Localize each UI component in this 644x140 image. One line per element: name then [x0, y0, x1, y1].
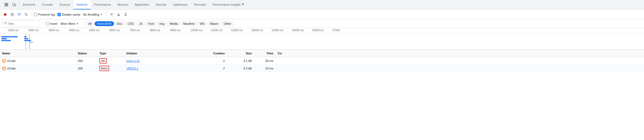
header-name: Name [0, 52, 76, 55]
network-bar-2 [1, 38, 7, 39]
row-icon [2, 59, 6, 63]
tab-application[interactable]: Application [132, 0, 153, 9]
row-name: vCode [7, 59, 16, 62]
more-filters-dropdown[interactable]: More filters ▼ [59, 22, 80, 26]
type-chip-doc[interactable]: Doc [115, 21, 125, 26]
network-bar-7 [30, 42, 33, 43]
svg-rect-0 [5, 3, 6, 5]
type-chip-manifest[interactable]: Manifest [181, 21, 197, 26]
ruler-line [150, 33, 150, 33]
tab-recorder[interactable]: Recorder [191, 0, 209, 9]
ruler-line [211, 33, 211, 33]
network-bar-3 [1, 40, 11, 41]
ruler-tick: 2000 ms [28, 29, 39, 32]
ruler-tick: 4000 ms [69, 29, 79, 32]
cell-status: 200 [76, 67, 97, 70]
cell-size: 3.1 kB [227, 59, 254, 62]
tab-sources[interactable]: Sources [56, 0, 73, 9]
timeline-marker-red [29, 34, 29, 50]
invert-checkbox[interactable] [46, 22, 49, 25]
ruler-line [271, 33, 272, 33]
ruler-tick: 5000 ms [89, 29, 99, 32]
cell-size: 3.3 kB [227, 67, 254, 70]
tab-performance[interactable]: Performance [91, 0, 114, 9]
disable-cache-checkbox[interactable] [58, 13, 61, 16]
header-cookies: Cookies [200, 52, 227, 55]
type-chips-container: AllFetch/XHRDocCSSJSFontImgMediaManifest… [86, 21, 234, 26]
ruler-tick: 16000 ms [312, 29, 324, 32]
timeline-area: 1000 ms2000 ms3000 ms4000 ms5000 ms6000 … [0, 28, 644, 50]
initiator-link[interactable]: VM223:1 [126, 67, 138, 70]
devtools-device-icon[interactable] [11, 2, 17, 8]
network-bar-6 [24, 40, 31, 41]
type-chip-other[interactable]: Other [221, 21, 234, 26]
type-chip-font[interactable]: Font [146, 21, 156, 26]
filter-input[interactable] [8, 22, 38, 25]
ruler-line [49, 33, 49, 33]
tab-memory[interactable]: Memory [114, 0, 132, 9]
cell-time: 55 ms [254, 59, 276, 62]
table-row[interactable]: vCode 200xhrlogin.js:3223.1 kB55 ms [0, 57, 644, 65]
tab-console[interactable]: Console [39, 0, 56, 9]
wifi-icon[interactable] [109, 12, 115, 18]
invert-checkbox-label[interactable]: Invert [46, 22, 58, 25]
type-chip-js[interactable]: JS [137, 21, 145, 26]
ruler-tick: 6000 ms [109, 29, 120, 32]
cell-initiator[interactable]: login.js:32 [124, 59, 200, 62]
ruler-tick: 15000 ms [292, 29, 304, 32]
tab-lighthouse[interactable]: Lighthouse [170, 0, 191, 9]
cell-initiator[interactable]: VM223:1 [124, 67, 200, 70]
filter-separator-2 [83, 21, 83, 26]
type-chip-ws[interactable]: WS [197, 21, 207, 26]
header-initiator: Initiator [124, 52, 200, 55]
preserve-log-checkbox-label[interactable]: Preserve log [34, 13, 55, 16]
svg-rect-3 [6, 5, 8, 6]
tab-security[interactable]: Security [152, 0, 170, 9]
svg-point-6 [4, 13, 6, 16]
filter-icon[interactable] [16, 12, 22, 18]
ruler-tick: 14000 ms [271, 29, 283, 32]
throttling-dropdown-arrow: ▼ [100, 13, 102, 16]
tab-elements[interactable]: Elements [20, 0, 39, 9]
type-chip-img[interactable]: Img [157, 21, 167, 26]
main-tabs: Elements Console Sources Network Perform… [20, 0, 643, 9]
cell-name: vCode [0, 59, 76, 63]
initiator-link[interactable]: login.js:32 [126, 59, 140, 62]
table-header: Name Status Type Initiator Cookies Size … [0, 50, 644, 57]
export-icon[interactable] [123, 12, 129, 18]
preserve-log-checkbox[interactable] [34, 13, 37, 16]
type-chip-fetch_xhr[interactable]: Fetch/XHR [95, 21, 114, 26]
cell-time: 23 ms [254, 67, 276, 70]
cell-status: 200 [76, 59, 97, 62]
type-chip-all[interactable]: All [86, 21, 94, 26]
devtools-inspect-icon[interactable] [3, 2, 10, 8]
ruler-line [89, 33, 89, 33]
table-row[interactable]: vCode 200fetchVM223:123.3 kB23 ms [0, 65, 644, 72]
cell-name: vCode [0, 66, 76, 70]
network-bar-4 [24, 36, 26, 37]
header-type: Type [97, 52, 124, 55]
filter-separator-1 [43, 21, 43, 26]
stop-recording-icon[interactable] [2, 12, 8, 18]
clear-icon[interactable] [9, 12, 15, 18]
ruler-tick: 17000 [332, 29, 340, 32]
filter-bar: Invert More filters ▼ AllFetch/XHRDocCSS… [0, 19, 644, 28]
timeline-ruler: 1000 ms2000 ms3000 ms4000 ms5000 ms6000 … [0, 28, 644, 33]
type-chip-css[interactable]: CSS [125, 21, 136, 26]
filter-input-wrap[interactable] [2, 20, 40, 27]
throttling-dropdown[interactable]: No throttling ▼ [82, 12, 104, 17]
toolbar-separator-1 [31, 12, 32, 17]
network-toolbar: Preserve log Disable cache No throttling… [0, 10, 644, 19]
search-icon[interactable] [23, 12, 29, 18]
type-chip-media[interactable]: Media [167, 21, 180, 26]
ruler-tick: 13000 ms [251, 29, 263, 32]
ruler-line [28, 33, 29, 33]
ruler-line [292, 33, 292, 33]
network-bar-1 [1, 36, 18, 37]
disable-cache-checkbox-label[interactable]: Disable cache [58, 13, 81, 16]
import-icon[interactable] [116, 12, 122, 18]
type-chip-wasm[interactable]: Wasm [208, 21, 221, 26]
ruler-line [190, 33, 191, 33]
tab-performance-insights[interactable]: Performance insights ⚗ [209, 0, 247, 9]
tab-network[interactable]: Network [73, 0, 91, 9]
